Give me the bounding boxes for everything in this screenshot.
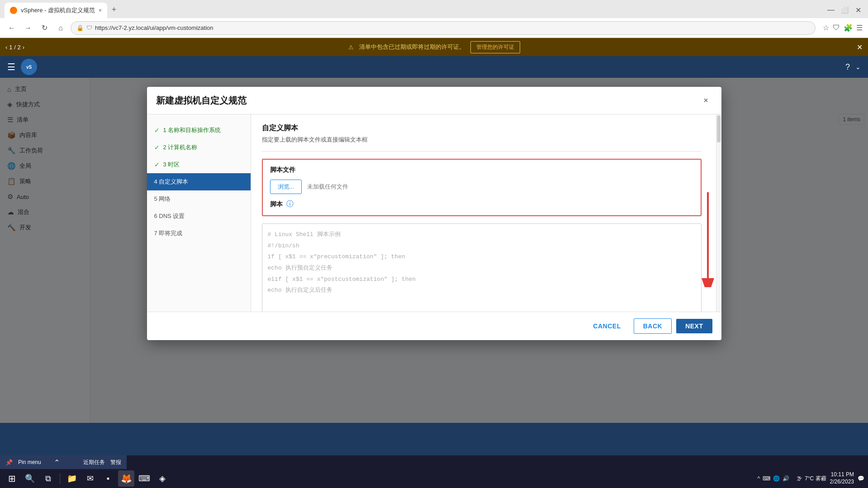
step-1[interactable]: ✓ 1 名称和目标操作系统: [147, 122, 251, 139]
next-arrow[interactable]: ›: [23, 44, 24, 51]
taskbar-terminal-btn[interactable]: ▪: [100, 470, 116, 487]
search-icon: 🔍: [25, 474, 35, 483]
step-7-label: 7 即将完成: [154, 229, 183, 237]
code-area-container[interactable]: # Linux Shell 脚本示例 #!/bin/sh if [ x$1 ==…: [262, 223, 702, 312]
mail-icon: ✉: [87, 474, 94, 483]
taskbar-files-btn[interactable]: 📁: [64, 470, 80, 487]
tab-label: vSphere - 虚拟机自定义规范: [21, 6, 95, 14]
code-line-5: elif [ x$1 == x"postcustomization" ]; th…: [268, 274, 696, 285]
dialog-footer: CANCEL BACK NEXT: [147, 312, 721, 340]
pin-menu-bar: 📌 Pin menu ⌃ 近期任务 警报: [0, 455, 127, 469]
steps-sidebar: ✓ 1 名称和目标操作系统 ✓ 2 计算机名称 ✓ 3 时区 4 自定义脚本: [147, 114, 251, 312]
task-view-icon: ⧉: [45, 474, 51, 483]
taskbar-separator-1: [60, 473, 60, 484]
date-display: 2/26/2023: [830, 479, 854, 486]
weather-area: 🌫 7°C 雾霾: [797, 475, 826, 483]
shield-icon[interactable]: 🛡: [833, 24, 840, 32]
browse-btn[interactable]: 浏览...: [270, 180, 302, 194]
warning-bar: ‹ 1 / 2 › ⚠ 清单中包含已过期或即将过期的许可证。 管理您的许可证 ✕: [0, 38, 868, 56]
network-icon[interactable]: 🌐: [773, 475, 780, 482]
taskbar-search-btn[interactable]: 🔍: [22, 470, 38, 487]
menu-icon[interactable]: ☰: [856, 24, 863, 32]
vsphere-top-bar: ☰ vS ? ⌄: [0, 56, 868, 78]
step-7[interactable]: 7 即将完成: [147, 225, 251, 242]
active-tab[interactable]: vSphere - 虚拟机自定义规范 ×: [5, 3, 107, 18]
vsphere-help-icon[interactable]: ?: [845, 62, 850, 72]
step-4[interactable]: 4 自定义脚本: [147, 173, 251, 190]
forward-nav-btn[interactable]: →: [22, 22, 34, 34]
vsphere-logo: vS: [21, 59, 37, 75]
step-2[interactable]: ✓ 2 计算机名称: [147, 139, 251, 156]
clock[interactable]: 10:11 PM 2/26/2023: [830, 471, 854, 485]
script-label: 脚本: [270, 200, 283, 208]
step-1-label: 1 名称和目标操作系统: [163, 126, 221, 134]
alerts-tab[interactable]: 警报: [110, 459, 121, 466]
minimize-btn[interactable]: —: [825, 4, 837, 16]
step-1-check-icon: ✓: [154, 127, 160, 134]
code-line-4: echo 执行预自定义任务: [268, 263, 696, 274]
reload-btn[interactable]: ↻: [38, 22, 51, 34]
address-bar: ← → ↻ ⌂ 🔒 🛡 https://vc7-2.yz.local/ui/ap…: [0, 18, 868, 38]
close-window-btn[interactable]: ✕: [852, 4, 864, 16]
back-btn[interactable]: BACK: [634, 318, 672, 334]
weather-icon: 🌫: [797, 475, 802, 482]
step-5[interactable]: 5 网络: [147, 190, 251, 208]
vsphere-menu-icon[interactable]: ☰: [7, 62, 15, 72]
volume-icon[interactable]: 🔊: [783, 475, 789, 482]
address-icons: ☆ 🛡 🧩 ☰: [823, 24, 863, 32]
console-icon: ⌨: [138, 474, 150, 483]
tab-bar: vSphere - 虚拟机自定义规范 × + — ⬜ ✕: [0, 0, 868, 18]
section-title: 自定义脚本: [262, 123, 702, 133]
code-line-3: if [ x$1 == x"precustomization" ]; then: [268, 251, 696, 263]
tab-close-btn[interactable]: ×: [99, 7, 102, 14]
back-nav-btn[interactable]: ←: [5, 22, 18, 34]
home-btn[interactable]: ⌂: [54, 22, 67, 34]
bookmark-icon[interactable]: ☆: [823, 24, 829, 32]
manage-license-btn[interactable]: 管理您的许可证: [470, 41, 520, 53]
maximize-btn[interactable]: ⬜: [838, 4, 851, 16]
step-6-label: 6 DNS 设置: [154, 212, 185, 220]
script-row: 脚本 ⓘ: [270, 199, 693, 209]
info-icon[interactable]: ⓘ: [286, 199, 294, 209]
warning-close-btn[interactable]: ✕: [857, 43, 863, 52]
dialog-title: 新建虚拟机自定义规范: [156, 95, 247, 107]
step-5-label: 5 网络: [154, 195, 171, 203]
step-3[interactable]: ✓ 3 时区: [147, 156, 251, 173]
address-field[interactable]: 🔒 🛡 https://vc7-2.yz.local/ui/app/vm-cus…: [71, 21, 816, 35]
taskbar-task-view-btn[interactable]: ⧉: [40, 470, 56, 487]
notification-icon[interactable]: 💬: [858, 475, 864, 482]
tab-favicon: [10, 7, 17, 14]
dialog-close-btn[interactable]: ×: [700, 94, 712, 107]
collapse-icon[interactable]: ⌃: [54, 458, 60, 467]
script-file-label: 脚本文件: [270, 166, 693, 174]
no-file-text: 未加载任何文件: [307, 183, 348, 191]
step-2-label: 2 计算机名称: [163, 143, 198, 152]
start-btn[interactable]: ⊞: [4, 470, 20, 487]
url-display: https://vc7-2.yz.local/ui/app/vm-customi…: [95, 24, 213, 31]
step-6[interactable]: 6 DNS 设置: [147, 208, 251, 225]
prev-arrow[interactable]: ‹: [5, 44, 7, 51]
taskbar-vmware-btn[interactable]: ◈: [154, 470, 171, 487]
pin-menu-icon[interactable]: 📌: [5, 459, 13, 466]
keyboard-icon[interactable]: ⌨: [763, 475, 770, 482]
new-tab-btn[interactable]: +: [107, 3, 121, 16]
taskbar: ⊞ 🔍 ⧉ 📁 ✉ ▪ 🦊 ⌨ ◈ ^ ⌨ 🌐 🔊 🌫 7°C 雾霾: [0, 469, 868, 488]
dialog: 新建虚拟机自定义规范 × ✓ 1 名称和目标操作系统: [147, 87, 721, 340]
expand-tray-icon[interactable]: ^: [757, 475, 760, 482]
vsphere-chevron-icon[interactable]: ⌄: [855, 63, 861, 71]
cancel-btn[interactable]: CANCEL: [585, 319, 629, 333]
warning-text: 清单中包含已过期或即将过期的许可证。: [359, 43, 465, 51]
taskbar-firefox-btn[interactable]: 🦊: [118, 470, 134, 487]
extensions-icon[interactable]: 🧩: [844, 24, 853, 32]
separator: [262, 151, 702, 152]
script-file-box: 脚本文件 浏览... 未加载任何文件 脚本 ⓘ: [262, 159, 702, 216]
step-2-check-icon: ✓: [154, 144, 160, 151]
modal-overlay: 新建虚拟机自定义规范 × ✓ 1 名称和目标操作系统: [0, 78, 868, 423]
browser-chrome: vSphere - 虚拟机自定义规范 × + — ⬜ ✕ ← → ↻ ⌂ 🔒 🛡…: [0, 0, 868, 38]
next-btn[interactable]: NEXT: [676, 319, 712, 333]
taskbar-mail-btn[interactable]: ✉: [82, 470, 98, 487]
recent-tasks-tab[interactable]: 近期任务: [83, 459, 105, 466]
code-line-2: #!/bin/sh: [268, 241, 696, 252]
taskbar-console-btn[interactable]: ⌨: [136, 470, 152, 487]
step-3-check-icon: ✓: [154, 161, 160, 168]
